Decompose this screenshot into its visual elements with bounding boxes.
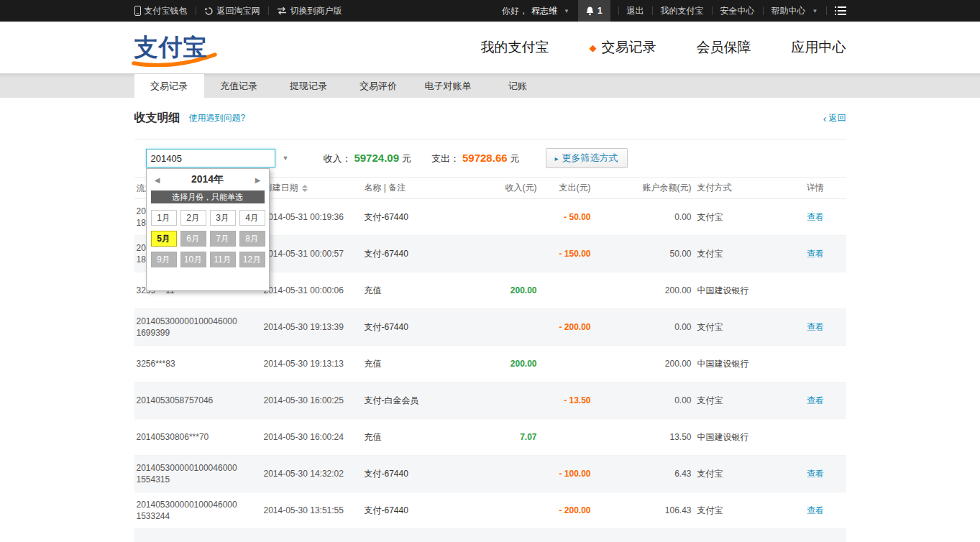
user-menu[interactable]: 你好， 程志维 ▼ (502, 5, 569, 17)
logout-label: 退出 (627, 5, 644, 17)
view-detail-link[interactable]: 查看 (807, 395, 824, 405)
logout-link[interactable]: 退出 (627, 5, 644, 17)
date-cell: 2014-05-30 19:13:39 (264, 322, 365, 332)
calendar-month[interactable]: 4月 (239, 210, 265, 226)
date-cell: 2014-05-30 16:00:24 (264, 432, 365, 442)
subnav-tab-5[interactable]: 电子对账单 (413, 74, 483, 98)
method-cell: 中国建设银行 (692, 358, 785, 370)
sort-icon[interactable] (302, 185, 308, 192)
security-center-link[interactable]: 安全中心 (720, 5, 755, 17)
method-cell: 支付宝 (692, 395, 785, 407)
wallet-label: 支付宝钱包 (145, 5, 188, 17)
date-header[interactable]: 创建日期 (264, 182, 365, 194)
calendar-year: 2014年 (163, 173, 252, 186)
serial-cell: 201405300000100046000 1554315 (134, 462, 264, 485)
calendar-month: 11月 (210, 252, 236, 267)
calendar-month[interactable]: 1月 (151, 210, 177, 226)
name-cell: 支付-67440 (365, 211, 487, 224)
merchant-switch-link[interactable]: 切换到商户版 (277, 5, 342, 17)
method-cell: 支付宝 (692, 321, 785, 334)
main-nav-label: 交易记录 (602, 38, 656, 57)
subnav-tab-6[interactable]: 记账 (483, 74, 553, 98)
main-nav-item-2[interactable]: ◆交易记录 (590, 38, 656, 57)
notification-count: 1 (597, 6, 603, 16)
divider (763, 6, 764, 15)
date-cell: 2014-05-30 16:00:25 (264, 395, 365, 405)
calendar-prev-icon[interactable]: ◀ (152, 176, 163, 184)
detail-cell: 查看 (785, 211, 846, 224)
view-detail-link[interactable]: 查看 (807, 322, 824, 332)
divider (268, 6, 269, 15)
subnav-tab-1[interactable]: 交易记录 (134, 74, 204, 98)
view-detail-link[interactable]: 查看 (807, 249, 824, 259)
main-nav-label: 我的支付宝 (481, 38, 549, 57)
subnav-tab-2[interactable]: 充值记录 (204, 74, 274, 98)
site-menu-button[interactable] (835, 6, 846, 15)
notification-button[interactable]: 1 (578, 0, 610, 22)
income-label: 收入： (323, 152, 351, 165)
main-nav-label: 应用中心 (792, 38, 846, 57)
month-dropdown-caret-icon[interactable]: ▼ (283, 155, 289, 162)
name-cell: 支付-67440 (365, 248, 487, 260)
name-header: 名称 | 备注 (365, 182, 487, 194)
help-center-label: 帮助中心 (771, 5, 806, 17)
serial-cell: 201405300000100046000 1533244 (134, 499, 264, 522)
subnav-tab-4[interactable]: 交易评价 (344, 74, 413, 98)
balance-cell: 200.00 (591, 359, 692, 369)
wallet-link[interactable]: 支付宝钱包 (134, 5, 188, 17)
detail-cell: 查看 (785, 468, 846, 480)
notification-bell-icon (586, 6, 594, 16)
main-nav-label: 会员保障 (697, 38, 751, 57)
subnav-tab-3[interactable]: 提现记录 (274, 74, 344, 98)
name-cell: 充值 (365, 431, 487, 444)
more-filters-button[interactable]: ▸ 更多筛选方式 (546, 148, 628, 168)
my-alipay-label: 我的支付宝 (661, 5, 704, 17)
help-question-link[interactable]: 使用遇到问题? (189, 112, 246, 124)
divider (712, 6, 713, 15)
serial-cell: 201405300000100046000 1699399 (134, 316, 264, 339)
divider (618, 6, 619, 15)
topbar: 支付宝钱包 返回淘宝网 切换到商户版 你好， 程志维 ▼ (0, 0, 980, 22)
table-row: 201405300000100046000 15332442014-05-30 … (134, 492, 846, 529)
calendar-next-icon[interactable]: ▶ (252, 176, 264, 184)
income-cell: 7.07 (487, 432, 537, 442)
calendar-month: 7月 (210, 231, 236, 247)
main-nav-item-4[interactable]: 应用中心 (792, 38, 846, 57)
detail-header: 详情 (785, 182, 846, 194)
help-center-menu[interactable]: 帮助中心 ▼ (771, 5, 818, 17)
name-cell: 支付-67440 (365, 505, 487, 517)
merchant-label: 切换到商户版 (290, 5, 342, 17)
subnav-tabs: 交易记录充值记录提现记录交易评价电子对账单记账 (134, 74, 846, 98)
main-nav-item-3[interactable]: 会员保障 (697, 38, 751, 57)
main-nav-item-1[interactable]: 我的支付宝 (481, 38, 549, 57)
taobao-return-link[interactable]: 返回淘宝网 (204, 5, 260, 17)
view-detail-link[interactable]: 查看 (807, 212, 824, 222)
subnav: 交易记录充值记录提现记录交易评价电子对账单记账 (0, 73, 980, 98)
name-cell: 支付-67440 (365, 468, 487, 480)
calendar-month[interactable]: 3月 (210, 210, 236, 226)
expense-header: 支出(元) (537, 182, 591, 194)
view-detail-link[interactable]: 查看 (807, 505, 824, 515)
date-cell: 2014-05-30 19:13:13 (264, 359, 365, 369)
table-row: 20140530806***702014-05-30 16:00:24充值7.0… (134, 419, 846, 456)
date-cell: 2014-05-31 00:00:06 (264, 285, 365, 295)
name-cell: 支付-67440 (365, 321, 487, 334)
alipay-logo[interactable]: 支付宝 (134, 32, 218, 64)
expense-cell: - 100.00 (537, 469, 591, 479)
method-header: 支付方式 (692, 182, 785, 194)
method-cell: 支付宝 (692, 505, 785, 517)
more-filters-label: 更多筛选方式 (562, 152, 618, 165)
calendar-month[interactable]: 2月 (180, 210, 206, 226)
transactions-panel: ▼ 收入： 59724.09 元 支出： 59728.66 元 ▸ 更多筛选方式… (134, 139, 846, 542)
balance-cell: 50.00 (591, 249, 692, 259)
my-alipay-link[interactable]: 我的支付宝 (661, 5, 704, 17)
back-link[interactable]: ‹ 返回 (823, 112, 846, 124)
expense-label: 支出： (431, 152, 459, 165)
date-cell: 2014-05-31 00:19:36 (264, 212, 365, 222)
month-filter-input[interactable] (146, 149, 275, 167)
method-cell: 支付宝 (692, 211, 785, 224)
username: 程志维 (531, 5, 557, 17)
view-detail-link[interactable]: 查看 (807, 469, 824, 479)
calendar-month[interactable]: 5月 (151, 231, 177, 247)
balance-header: 账户余额(元) (591, 182, 692, 194)
